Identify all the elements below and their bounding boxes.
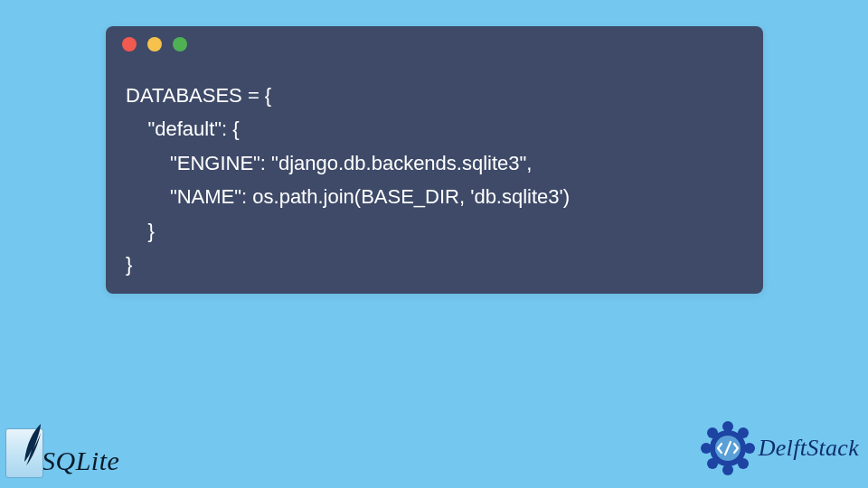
minimize-icon	[147, 37, 162, 52]
code-line: "ENGINE": "django.db.backends.sqlite3",	[126, 152, 532, 174]
code-line: }	[126, 220, 155, 242]
delftstack-logo: DelftStack	[701, 421, 859, 475]
close-icon	[122, 37, 137, 52]
sqlite-box-icon	[5, 428, 43, 478]
code-window: DATABASES = { "default": { "ENGINE": "dj…	[106, 26, 763, 294]
delftstack-label: DelftStack	[759, 435, 859, 462]
code-line: }	[126, 253, 132, 276]
delftstack-badge-icon	[701, 421, 755, 475]
window-titlebar	[106, 26, 763, 62]
maximize-icon	[173, 37, 187, 52]
sqlite-logo: SQLite	[5, 428, 119, 478]
code-block: DATABASES = { "default": { "ENGINE": "dj…	[106, 62, 763, 301]
code-line: DATABASES = {	[126, 84, 271, 107]
feather-icon	[17, 422, 46, 467]
code-line: "NAME": os.path.join(BASE_DIR, 'db.sqlit…	[126, 185, 570, 208]
code-line: "default": {	[126, 117, 240, 140]
sqlite-label: SQLite	[42, 446, 119, 476]
